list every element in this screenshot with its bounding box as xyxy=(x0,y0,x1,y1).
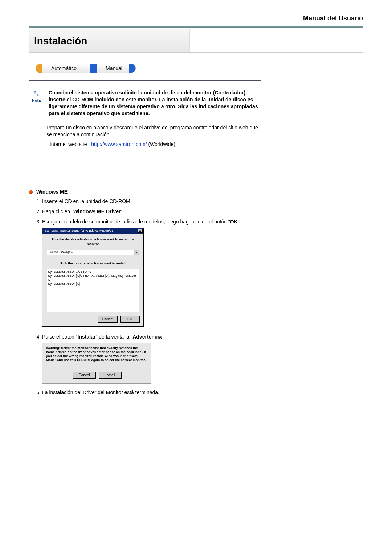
link-scope: (Worldwide) xyxy=(148,141,175,147)
tab-automatico[interactable]: Automático xyxy=(36,64,90,73)
dropdown-value: S3 Inc. Savage4 xyxy=(47,250,134,255)
monitor-label: Pick the monitor which you want to insta… xyxy=(47,261,139,266)
note-icon: ✎ Nota xyxy=(29,89,44,117)
download-link[interactable]: http://www.samtron.com/ xyxy=(91,141,147,147)
model-listbox[interactable]: SyncMaster 783DFX/753DFX SyncMaster 753D… xyxy=(47,269,139,312)
warning-dialog: Warning: Select the monitor name that ex… xyxy=(42,343,151,384)
title-spacer xyxy=(189,29,363,52)
chevron-down-icon[interactable]: ▾ xyxy=(134,250,139,255)
note-text: Cuando el sistema operativo solicite la … xyxy=(49,89,261,117)
step-3: Escoja el modelo de su monitor de la lis… xyxy=(42,218,261,327)
tab-manual[interactable]: Manual xyxy=(90,64,136,73)
close-icon[interactable]: x xyxy=(138,229,143,233)
step-bold: Windows ME Driver xyxy=(73,209,121,214)
os-heading: Windows ME xyxy=(36,189,68,195)
download-paragraph: Prepare un disco en blanco y descargue e… xyxy=(46,124,261,138)
step-bold: Advertencia xyxy=(132,334,162,340)
ok-button[interactable]: OK xyxy=(120,316,140,323)
divider xyxy=(29,80,261,81)
install-button[interactable]: Install xyxy=(99,372,122,379)
divider xyxy=(29,180,261,180)
step-text: ". xyxy=(162,334,165,340)
dialog-title: Samsung Monitor Setup for Windows ME/98/… xyxy=(45,229,114,233)
list-item[interactable]: SyncMaster 783DFX/753DFX xyxy=(48,270,138,274)
tab-label: Manual xyxy=(103,65,122,71)
step-text: ". xyxy=(238,219,241,225)
step-text: " de la ventana " xyxy=(95,334,132,340)
install-steps: Inserte el CD en la unidad de CD-ROM. Ha… xyxy=(36,198,261,396)
tabs: Automático Manual xyxy=(29,64,363,73)
adapter-dropdown[interactable]: S3 Inc. Savage4 ▾ xyxy=(47,250,139,255)
document-header: Manual del Usuario xyxy=(29,15,363,22)
cancel-button[interactable]: Cancel xyxy=(98,316,118,323)
adapter-label: Pick the display adapter which you want … xyxy=(47,237,139,247)
cancel-button[interactable]: Cancel xyxy=(73,372,96,379)
warning-text: Warning: Select the monitor name that ex… xyxy=(46,346,147,362)
header-rule-accent xyxy=(29,26,363,28)
step-5: La instalación del Driver del Monitor es… xyxy=(42,389,261,396)
step-bold: OK xyxy=(230,219,238,225)
step-text: Escoja el modelo de su monitor de la lis… xyxy=(42,219,230,225)
dialog-titlebar: Samsung Monitor Setup for Windows ME/98/… xyxy=(42,228,143,234)
list-item[interactable]: SyncMaster 753DF[X]/783DF[X]/783DF[X], M… xyxy=(48,274,138,282)
step-text: ". xyxy=(121,209,124,214)
dialog-buttons: Cancel OK xyxy=(42,316,143,327)
link-prefix: Internet web site : xyxy=(50,141,90,147)
dialog-body: Pick the display adapter which you want … xyxy=(42,234,143,316)
note-label: Nota xyxy=(29,98,44,102)
list-item[interactable]: SyncMaster 755DF[X] xyxy=(48,282,138,286)
section-title: Instalación xyxy=(29,35,87,47)
step-text: Pulse el botón " xyxy=(42,334,78,340)
step-1: Inserte el CD en la unidad de CD-ROM. xyxy=(42,198,261,205)
step-2: Haga clic en "Windows ME Driver". xyxy=(42,208,261,215)
step-4: Pulse el botón "Instalar" de la ventana … xyxy=(42,333,261,384)
section-title-bar: Instalación xyxy=(29,29,363,53)
download-link-line: ▫ Internet web site : http://www.samtron… xyxy=(46,141,261,147)
os-heading-row: Windows ME xyxy=(29,189,261,195)
step-bold: Instalar xyxy=(78,334,96,340)
hand-icon: ✎ xyxy=(29,89,44,98)
step-text: Haga clic en " xyxy=(42,209,73,214)
warning-buttons: Cancel Install xyxy=(46,371,147,379)
bullet-icon: ▫ xyxy=(46,141,48,147)
model-picker-dialog: Samsung Monitor Setup for Windows ME/98/… xyxy=(42,228,144,327)
tab-label: Automático xyxy=(49,65,77,71)
bullet-dot-icon xyxy=(29,190,33,194)
note-block: ✎ Nota Cuando el sistema operativo solic… xyxy=(29,89,261,117)
